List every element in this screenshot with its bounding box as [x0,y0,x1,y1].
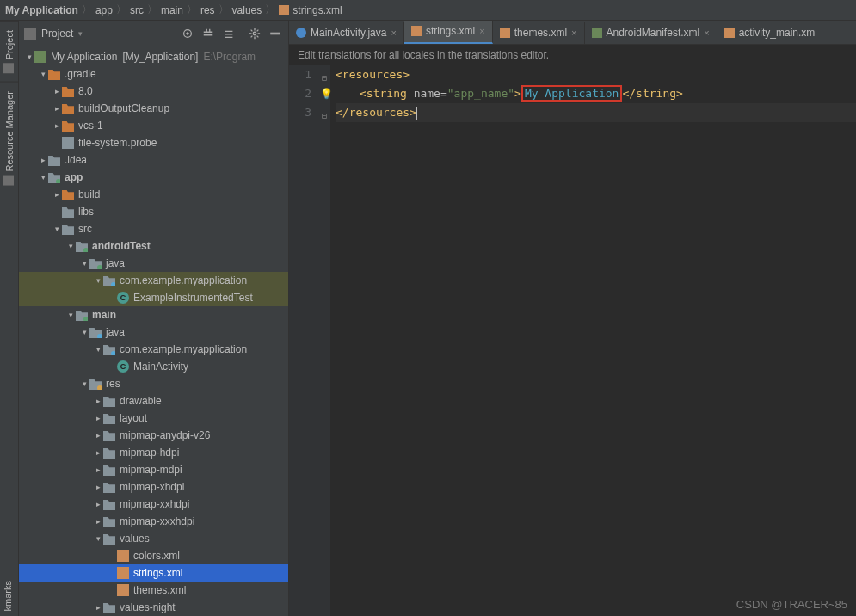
tree-at-class[interactable]: ▸CExampleInstrumentedTest [19,289,288,306]
tab-activity-main[interactable]: activity_main.xm [717,22,823,44]
expand-all-icon[interactable] [200,26,216,41]
editor-tabs: MainActivity.java× strings.xml× themes.x… [289,21,856,45]
folder-icon [103,498,115,510]
watermark: CSDN @TRACER~85 [736,598,847,611]
collapse-all-icon[interactable] [221,26,237,41]
code-token: <resources> [336,68,410,81]
tree-gradle-vcs[interactable]: ▸vcs-1 [19,117,288,134]
class-icon: C [117,292,129,304]
code-token: > [514,87,521,100]
project-tree[interactable]: ▾My Application[My_Application]E:\Progra… [19,46,288,616]
project-view-selector[interactable]: Project [41,28,73,40]
xml-file-icon [117,550,129,562]
fold-end-icon[interactable]: ⊟ [322,107,327,126]
package-icon [103,274,115,286]
chevron-down-icon: ▾ [78,29,83,38]
tool-tab-project[interactable]: Project [0,21,18,82]
xml-file-icon [724,28,735,38]
tree-gradle-probe[interactable]: ▸file-system.probe [19,134,288,151]
tab-strings-xml[interactable]: strings.xml× [404,21,493,44]
settings-icon[interactable] [247,26,262,41]
tree-root[interactable]: ▾My Application[My_Application]E:\Progra… [19,48,288,65]
chevron-right-icon: 〉 [82,3,92,17]
breadcrumb-app[interactable]: app [95,4,113,16]
tree-mainactivity[interactable]: ▸CMainActivity [19,358,288,375]
folder-icon [103,533,115,545]
svg-point-2 [253,32,256,35]
tree-mipmap-xxh[interactable]: ▸mipmap-xxhdpi [19,496,288,513]
tree-colors-xml[interactable]: ▸colors.xml [19,547,288,564]
code-token: "app_name" [447,87,514,100]
folder-icon [62,85,74,97]
code-editor[interactable]: 1⊟ 2 3⊟ <resources> 💡 <string name="app_… [289,65,856,616]
tree-m-pkg[interactable]: ▾com.example.myapplication [19,341,288,358]
resource-manager-icon [4,176,15,186]
tool-tab-resource-manager[interactable]: Resource Manager [0,82,18,194]
tree-res[interactable]: ▾res [19,375,288,392]
chevron-right-icon: 〉 [116,3,126,17]
gutter[interactable]: 1⊟ 2 3⊟ [289,65,330,616]
hide-panel-icon[interactable] [268,26,283,41]
folder-icon [62,223,74,235]
tree-m-java[interactable]: ▾java [19,323,288,341]
tree-values[interactable]: ▾values [19,530,288,547]
tree-at-java[interactable]: ▾java [19,255,288,272]
intention-bulb-icon[interactable]: 💡 [320,84,333,103]
project-view-icon [24,28,36,40]
tree-build[interactable]: ▸build [19,186,288,203]
resources-folder-icon [89,378,102,390]
xml-file-icon [411,26,422,36]
tree-values-night[interactable]: ▸values-night [19,599,288,616]
breadcrumb-values[interactable]: values [232,4,262,16]
code-token: name [414,87,440,100]
xml-file-icon [279,5,289,15]
tree-libs[interactable]: ▸libs [19,203,288,220]
tree-src[interactable]: ▾src [19,220,288,237]
tree-gradle-80[interactable]: ▸8.0 [19,83,288,100]
breadcrumb-root[interactable]: My Application [5,4,78,16]
tool-tab-bookmarks[interactable]: kmarks [0,576,18,616]
breadcrumb-res[interactable]: res [200,4,215,16]
tab-themes-xml[interactable]: themes.xml× [493,22,585,44]
tree-mipmap-xh[interactable]: ▸mipmap-xhdpi [19,478,288,496]
tree-mipmap-m[interactable]: ▸mipmap-mdpi [19,461,288,478]
tree-mipmap-xxxh[interactable]: ▸mipmap-xxxhdpi [19,513,288,530]
tree-mipmap-h[interactable]: ▸mipmap-hdpi [19,444,288,461]
breadcrumb-src[interactable]: src [130,4,144,16]
tab-mainactivity[interactable]: MainActivity.java× [289,22,404,44]
line-number: 2 [289,84,311,103]
tree-idea[interactable]: ▸.idea [19,151,288,169]
caret [416,107,417,120]
select-opened-file-icon[interactable] [180,26,195,41]
module-icon [34,51,46,63]
project-panel-header: Project ▾ [19,21,288,46]
close-icon[interactable]: × [704,28,709,38]
tree-androidtest[interactable]: ▾androidTest [19,237,288,255]
close-icon[interactable]: × [479,26,484,36]
tree-at-pkg[interactable]: ▾com.example.myapplication [19,272,288,289]
tab-androidmanifest[interactable]: AndroidManifest.xml× [585,22,717,44]
editor-area: MainActivity.java× strings.xml× themes.x… [289,21,856,616]
chevron-right-icon: 〉 [147,3,157,17]
tree-drawable[interactable]: ▸drawable [19,392,288,410]
breadcrumb-file[interactable]: strings.xml [279,4,342,16]
editor-notification-bar[interactable]: Edit translations for all locales in the… [289,45,856,65]
code-content[interactable]: <resources> 💡 <string name="app_name">My… [330,65,856,616]
tree-strings-xml[interactable]: ▸strings.xml [19,564,288,582]
tree-layout[interactable]: ▸layout [19,410,288,427]
tree-main[interactable]: ▾main [19,306,288,323]
tree-gradle-boc[interactable]: ▸buildOutputCleanup [19,100,288,117]
manifest-file-icon [592,28,602,38]
close-icon[interactable]: × [391,28,396,38]
folder-icon [48,154,60,166]
tree-mipmap-any[interactable]: ▸mipmap-anydpi-v26 [19,427,288,444]
tree-gradle[interactable]: ▾.gradle [19,65,288,83]
breadcrumb-main[interactable]: main [161,4,183,16]
folder-icon [103,464,115,476]
close-icon[interactable]: × [571,28,576,38]
chevron-right-icon: 〉 [265,3,275,17]
folder-icon [103,429,115,441]
tree-themes-xml[interactable]: ▸themes.xml [19,582,288,599]
chevron-right-icon: 〉 [219,3,229,17]
tree-app[interactable]: ▾app [19,169,288,186]
